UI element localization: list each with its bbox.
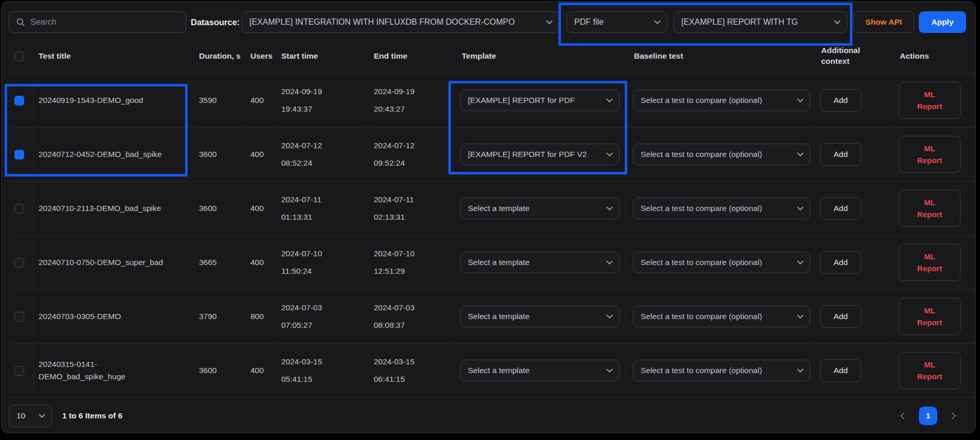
- row-checkbox[interactable]: [14, 258, 24, 268]
- duration-value: 3590: [199, 96, 216, 105]
- baseline-placeholder: Select a test to compare (optional): [641, 150, 762, 159]
- row-checkbox[interactable]: [14, 204, 24, 214]
- baseline-select[interactable]: Select a test to compare (optional): [633, 252, 810, 273]
- users-cell: 400: [246, 181, 276, 235]
- start-time: 05:41:15: [281, 371, 312, 388]
- report-output-value: PDF file: [574, 17, 604, 27]
- select-all-checkbox[interactable]: [14, 51, 24, 61]
- baseline-test-cell: Select a test to compare (optional): [626, 73, 814, 127]
- template-select[interactable]: Select a template: [460, 252, 620, 273]
- test-title: 20240710-0750-DEMO_super_bad: [39, 256, 163, 269]
- template-select[interactable]: Select a template: [460, 306, 620, 327]
- ml-report-button[interactable]: ML Report: [899, 352, 960, 389]
- template-value: Select a template: [468, 258, 530, 267]
- tests-table: Test title Duration, s Users Start time …: [2, 39, 976, 397]
- chevron-down-icon: [39, 411, 45, 418]
- row-checkbox[interactable]: [14, 366, 24, 376]
- start-time: 01:13:31: [281, 208, 312, 226]
- report-template-select[interactable]: [EXAMPLE] REPORT WITH TG: [674, 11, 847, 33]
- baseline-select[interactable]: Select a test to compare (optional): [633, 306, 810, 327]
- items-summary: 1 to 6 Items of 6: [62, 398, 122, 433]
- start-time: 08:52:24: [281, 154, 312, 172]
- ml-report-button[interactable]: ML Report: [899, 136, 960, 173]
- start-date: 2024-07-11: [281, 191, 321, 208]
- ml-report-button[interactable]: ML Report: [899, 244, 960, 281]
- row-checkbox[interactable]: [14, 150, 24, 160]
- additional-context-cell: Add: [814, 343, 893, 397]
- add-context-button[interactable]: Add: [820, 143, 861, 166]
- duration-value: 3665: [199, 258, 216, 267]
- add-context-button[interactable]: Add: [820, 305, 861, 328]
- row-select-cell: [10, 235, 33, 289]
- report-template-value: [EXAMPLE] REPORT WITH TG: [681, 17, 798, 27]
- template-select[interactable]: Select a template: [460, 360, 620, 381]
- additional-context-cell: Add: [814, 289, 893, 343]
- chevron-down-icon: [546, 17, 553, 24]
- start-time-cell: 2024-07-10 11:50:24: [276, 235, 368, 289]
- template-select[interactable]: [EXAMPLE] REPORT for PDF: [460, 90, 620, 111]
- datasource-select[interactable]: [EXAMPLE] INTEGRATION WITH INFLUXDB FROM…: [242, 11, 559, 33]
- apply-button[interactable]: Apply: [919, 11, 966, 33]
- add-context-button[interactable]: Add: [820, 197, 861, 220]
- additional-context-cell: Add: [814, 73, 893, 127]
- baseline-select[interactable]: Select a test to compare (optional): [633, 360, 810, 381]
- previous-page-icon[interactable]: [900, 412, 908, 419]
- end-time-cell: 2024-07-11 02:13:31: [368, 181, 453, 235]
- chevron-down-icon: [606, 204, 613, 210]
- users-cell: 400: [246, 235, 276, 289]
- add-context-button[interactable]: Add: [820, 89, 861, 112]
- end-time: 06:41:15: [374, 371, 405, 388]
- users-cell: 400: [246, 127, 276, 181]
- end-time: 02:13:31: [374, 208, 405, 226]
- header-start-time: Start time: [276, 39, 368, 73]
- end-date: 2024-09-19: [374, 83, 414, 100]
- datasource-label: Datasource:: [191, 11, 240, 33]
- duration-cell: 3600: [194, 127, 246, 181]
- row-checkbox[interactable]: [14, 96, 24, 105]
- end-time-cell: 2024-03-15 06:41:15: [368, 343, 453, 397]
- users-value: 400: [250, 366, 264, 375]
- page-size-select[interactable]: 10: [9, 404, 52, 427]
- ml-report-button[interactable]: ML Report: [899, 298, 960, 335]
- end-date: 2024-03-15: [374, 353, 414, 371]
- end-date: 2024-07-11: [374, 191, 414, 208]
- template-cell: Select a template: [453, 289, 626, 343]
- chevron-down-icon: [797, 150, 804, 156]
- template-value: [EXAMPLE] REPORT for PDF: [468, 96, 575, 105]
- end-time-cell: 2024-07-10 12:51:29: [368, 235, 453, 289]
- chevron-down-icon: [797, 258, 804, 265]
- baseline-select[interactable]: Select a test to compare (optional): [633, 198, 810, 219]
- start-time-cell: 2024-07-11 01:13:31: [276, 181, 368, 235]
- row-checkbox[interactable]: [14, 312, 24, 322]
- start-time-cell: 2024-03-15 05:41:15: [276, 343, 368, 397]
- show-api-button[interactable]: Show API: [853, 11, 914, 33]
- next-page-icon[interactable]: [949, 412, 956, 419]
- template-select[interactable]: [EXAMPLE] REPORT for PDF V2: [460, 144, 620, 165]
- duration-cell: 3665: [194, 235, 246, 289]
- template-select[interactable]: Select a template: [460, 198, 620, 219]
- header-actions: Actions: [893, 39, 976, 73]
- ml-report-button[interactable]: ML Report: [899, 82, 960, 119]
- report-output-select[interactable]: PDF file: [567, 11, 667, 33]
- actions-cell: ML Report: [893, 127, 976, 181]
- search-input[interactable]: Search: [9, 11, 186, 33]
- baseline-select[interactable]: Select a test to compare (optional): [633, 144, 810, 165]
- header-test-title: Test title: [33, 39, 194, 73]
- datasource-value: [EXAMPLE] INTEGRATION WITH INFLUXDB FROM…: [249, 17, 515, 27]
- chevron-down-icon: [654, 17, 661, 24]
- page-1-button[interactable]: 1: [919, 407, 937, 425]
- test-title-cell: 20240703-0305-DEMO: [33, 289, 194, 343]
- template-cell: [EXAMPLE] REPORT for PDF V2: [453, 127, 626, 181]
- ml-report-button[interactable]: ML Report: [899, 190, 960, 227]
- template-cell: Select a template: [453, 235, 626, 289]
- actions-cell: ML Report: [893, 289, 976, 343]
- start-time: 11:50:24: [281, 262, 312, 280]
- baseline-select[interactable]: Select a test to compare (optional): [633, 90, 810, 111]
- add-context-button[interactable]: Add: [820, 251, 861, 274]
- end-time: 09:52:24: [374, 154, 405, 172]
- add-context-button[interactable]: Add: [820, 359, 861, 382]
- users-value: 400: [250, 150, 264, 159]
- template-cell: Select a template: [453, 343, 626, 397]
- baseline-test-cell: Select a test to compare (optional): [626, 127, 814, 181]
- end-date: 2024-07-03: [374, 299, 414, 316]
